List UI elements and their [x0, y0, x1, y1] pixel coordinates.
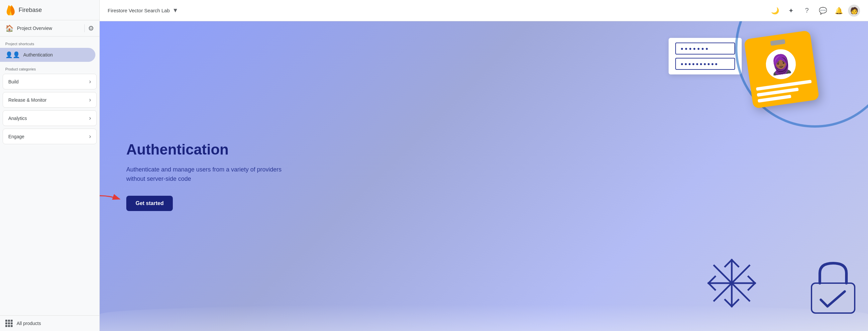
username-dots: ●●●●●●●: [681, 46, 710, 51]
hero-title: Authentication: [126, 141, 299, 158]
get-started-button[interactable]: Get started: [126, 196, 173, 211]
authentication-icon: 👤👤: [5, 51, 20, 59]
svg-line-6: [732, 260, 738, 267]
project-shortcuts-label: Project shortcuts: [0, 36, 99, 48]
app-title: Firebase: [19, 7, 42, 13]
project-overview-row[interactable]: 🏠 Project Overview ⚙: [0, 20, 99, 36]
red-arrow-annotation: [100, 191, 123, 209]
svg-line-11: [748, 276, 755, 283]
snowflake-svg: [705, 257, 758, 310]
release-monitor-label: Release & Monitor: [8, 97, 46, 103]
divider: [84, 24, 85, 32]
engage-chevron-icon: ›: [89, 133, 91, 140]
settings-icon[interactable]: ⚙: [88, 24, 94, 32]
project-overview-label: Project Overview: [17, 26, 81, 31]
arrow-svg: [100, 191, 123, 207]
snowflake-illustration: [705, 257, 758, 311]
project-dropdown-arrow-icon: ▼: [173, 7, 179, 14]
engage-label: Engage: [8, 134, 24, 139]
spark-button[interactable]: ✦: [784, 4, 798, 17]
sidebar-item-authentication[interactable]: 👤👤 Authentication: [0, 48, 95, 62]
id-card-clip: [770, 39, 785, 46]
avatar-face-icon: 🧕🏾: [768, 52, 794, 77]
lock-illustration: [808, 260, 858, 318]
project-selector[interactable]: Firestore Vector Search Lab ▼: [108, 7, 179, 14]
svg-line-5: [725, 260, 732, 267]
release-monitor-chevron-icon: ›: [89, 96, 91, 103]
project-name: Firestore Vector Search Lab: [108, 8, 170, 13]
svg-line-9: [709, 276, 715, 283]
svg-line-8: [732, 300, 738, 306]
avatar-image: 🧑: [850, 7, 858, 14]
svg-line-12: [748, 283, 755, 290]
analytics-label: Analytics: [8, 116, 27, 121]
all-products-label: All products: [17, 321, 41, 326]
sidebar-header: Firebase: [0, 0, 99, 20]
username-field-mock: ●●●●●●●: [675, 42, 735, 55]
authentication-label: Authentication: [23, 52, 53, 58]
help-button[interactable]: ?: [800, 4, 813, 17]
id-card-line-1: [756, 80, 812, 91]
hero-description: Authenticate and manage users from a var…: [126, 165, 299, 184]
svg-line-7: [725, 300, 732, 306]
firebase-logo: Firebase: [5, 5, 42, 15]
build-label: Build: [8, 79, 19, 84]
build-chevron-icon: ›: [89, 78, 91, 85]
chat-button[interactable]: 💬: [816, 4, 830, 17]
all-products-item[interactable]: All products: [0, 315, 99, 331]
category-item-build[interactable]: Build ›: [3, 74, 97, 89]
firebase-flame-icon: [5, 5, 16, 15]
product-categories-label: Product categories: [0, 62, 99, 73]
dark-mode-button[interactable]: 🌙: [768, 4, 782, 17]
user-avatar[interactable]: 🧑: [848, 5, 860, 17]
category-item-release-monitor[interactable]: Release & Monitor ›: [3, 92, 97, 108]
analytics-chevron-icon: ›: [89, 115, 91, 122]
grid-icon: [5, 320, 12, 327]
lock-svg: [808, 260, 858, 317]
home-icon: 🏠: [5, 24, 13, 32]
sidebar: Firebase 🏠 Project Overview ⚙ Project sh…: [0, 0, 100, 331]
svg-rect-13: [811, 283, 855, 313]
password-dots: ●●●●●●●●●●: [681, 61, 719, 66]
svg-line-10: [709, 283, 715, 290]
id-card-illustration: 🧕🏾: [744, 30, 819, 109]
notifications-button[interactable]: 🔔: [832, 4, 845, 17]
id-card-photo: 🧕🏾: [764, 47, 798, 81]
topbar-actions: 🌙 ✦ ? 💬 🔔 🧑: [768, 4, 860, 17]
password-field-mock: ●●●●●●●●●●: [675, 58, 735, 70]
hero-section: Authentication Authenticate and manage u…: [100, 21, 868, 331]
category-item-engage[interactable]: Engage ›: [3, 129, 97, 144]
hero-content: Authentication Authenticate and manage u…: [126, 141, 299, 211]
topbar: Firestore Vector Search Lab ▼ 🌙 ✦ ? 💬 🔔 …: [100, 0, 868, 21]
main-content: Firestore Vector Search Lab ▼ 🌙 ✦ ? 💬 🔔 …: [100, 0, 868, 331]
category-item-analytics[interactable]: Analytics ›: [3, 110, 97, 126]
input-fields-illustration: ●●●●●●● ●●●●●●●●●●: [669, 38, 742, 74]
